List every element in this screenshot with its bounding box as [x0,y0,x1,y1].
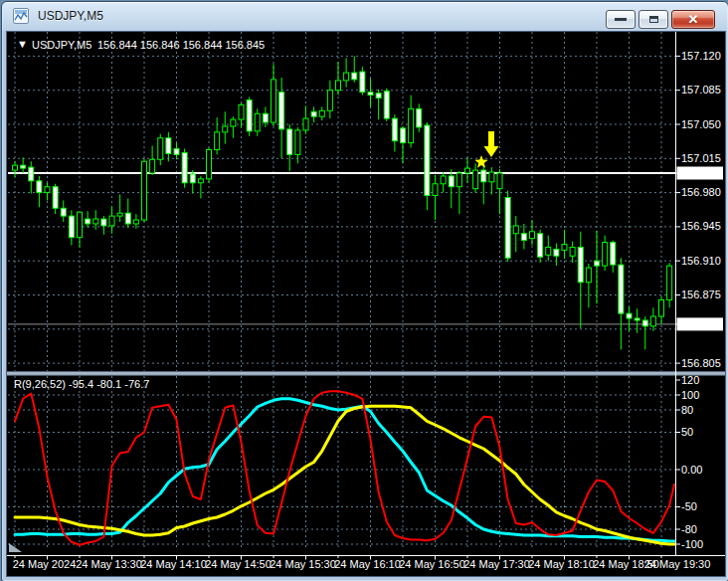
time-axis-label: 24 May 15:30 [270,558,336,570]
bull-candle [659,299,664,316]
bull-candle [513,226,518,234]
current-price-box: 156.845 [681,317,721,329]
bull-candle [215,132,220,150]
bull-candle [133,220,138,224]
window-titlebar[interactable]: USDJPY,M5 ✕ [2,2,728,31]
indicator-axis-label: -50 [681,500,697,512]
panel-splitter[interactable] [7,371,725,376]
bear-candle [368,93,373,96]
symbol-dropdown-icon[interactable]: ▼ [17,38,28,50]
chart-window: USDJPY,M5 ✕ ▼ [1,1,728,581]
bull-candle [78,212,83,237]
main-chart-grid [8,32,675,371]
bull-candle [295,130,300,155]
bull-candle [336,81,341,91]
bear-candle [352,73,357,80]
bear-candle [37,181,42,193]
restore-icon [649,16,658,23]
bull-candle [441,176,446,184]
minimize-button[interactable] [606,10,636,29]
price-axis[interactable]: 157.120157.085157.050157.015156.980156.9… [676,32,724,555]
bull-candle [409,108,414,142]
bear-candle [86,219,91,224]
bull-candle [158,138,163,160]
bear-candle [384,92,389,118]
bull-candle [667,266,672,299]
bear-candle [125,213,130,224]
bull-candle [231,119,236,126]
bull-candle [456,173,461,187]
bear-candle [263,113,268,122]
bear-candle [401,128,406,143]
bull-candle [319,110,324,116]
bear-candle [595,261,600,266]
bull-candle [239,104,244,119]
bull-candle [489,172,494,182]
bull-candle [650,316,655,326]
bear-candle [101,219,106,226]
icon-chart-glyph [14,9,28,23]
header-symbol: USDJPY,M5 [32,39,91,51]
price-axis-label: 156.875 [681,289,721,300]
bear-candle [611,243,616,266]
time-axis-label: 24 May 16:50 [399,558,465,570]
main-chart-panel[interactable]: ▼ USDJPY,M5 156.844 156.846 156.844 156.… [8,32,675,371]
bull-candle [45,187,50,193]
indicator-panel[interactable]: R(9,26,52) -95.4 -80.1 -76.7 [8,376,675,552]
bear-candle [417,108,422,127]
bull-candle [327,91,332,111]
time-axis-label: 24 May 2024 [13,558,77,570]
bull-candle [117,213,122,216]
bull-candle [497,173,502,189]
time-axis-label: 24 May 13:30 [76,558,142,570]
bear-candle [174,149,179,155]
bull-candle [198,179,203,183]
bear-candle [578,247,583,282]
indicator-axis-label: 100 [681,389,699,401]
bear-candle [69,216,74,238]
caption-buttons: ✕ [606,10,715,29]
price-axis-label: 157.015 [681,152,721,164]
price-axis-label: 157.085 [681,84,721,96]
bear-candle [360,72,365,93]
bull-candle [562,245,567,251]
time-axis-label: 24 May 14:50 [205,558,272,570]
bear-candle [538,234,543,258]
bull-candle [255,113,260,131]
close-icon: ✕ [688,13,699,26]
chart-client-area: ▼ USDJPY,M5 156.844 156.846 156.844 156.… [7,32,725,576]
bull-candle [570,247,575,256]
indicator-axis-label: 120 [681,374,699,386]
bear-candle [182,152,187,182]
bear-candle [61,208,66,216]
bear-candle [279,93,284,129]
bull-candle [93,219,98,224]
bull-candle [603,243,608,267]
bear-candle [642,320,647,326]
restore-button[interactable] [638,10,668,29]
bull-candle [142,161,147,220]
time-axis-label: 24 May 16:10 [334,558,401,570]
indicator-axis[interactable]: 12010080500.00-50-80-100 [676,374,704,550]
yellow-star [474,155,487,168]
bear-candle [554,249,559,256]
header-ohlc-values: 156.844 156.846 156.844 156.845 [97,39,265,51]
bull-candle [433,184,438,196]
time-axis-label: 24 May 19:30 [644,558,711,570]
time-axis[interactable]: 24 May 202424 May 13:3024 May 14:1024 Ma… [7,556,725,571]
price-axis-label: 156.945 [681,220,721,232]
close-button[interactable]: ✕ [671,10,715,29]
bull-candle [150,159,155,173]
bear-candle [449,176,454,187]
bear-candle [635,318,639,320]
price-axis-label: 157.050 [681,118,721,130]
indicator-axis-label: 0.00 [681,464,702,476]
bull-candle [530,232,535,239]
price-axis-label: 156.980 [681,186,721,198]
bear-candle [247,100,252,131]
bear-candle [190,174,195,183]
indicator-axis-label: -80 [681,523,697,535]
bear-candle [619,265,624,313]
indicator-axis-label: 50 [681,426,693,438]
bull-candle [586,268,591,283]
